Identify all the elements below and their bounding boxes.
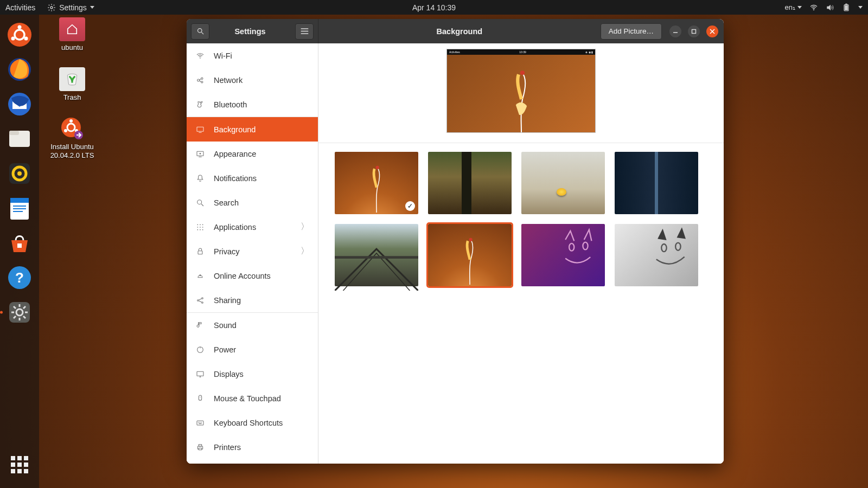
wallpaper-thumb[interactable] (521, 224, 605, 286)
sidebar-item-network[interactable]: Network (187, 68, 318, 92)
dock-help[interactable]: ? (6, 264, 33, 291)
selected-check-icon (405, 201, 415, 211)
system-menu-chevron-icon[interactable] (858, 6, 863, 9)
maximize-button[interactable] (688, 25, 700, 37)
sidebar-item-label: Applications (214, 223, 256, 232)
search-icon (195, 198, 205, 208)
svg-point-16 (17, 171, 22, 176)
sidebar-item-keyboard-shortcuts[interactable]: Keyboard Shortcuts (187, 410, 318, 435)
svg-point-73 (200, 274, 201, 276)
svg-line-78 (199, 300, 201, 302)
minimize-button[interactable] (669, 25, 681, 37)
wallpaper-thumb[interactable] (428, 224, 512, 286)
svg-point-63 (197, 224, 198, 225)
app-menu[interactable]: Settings (47, 3, 94, 12)
dock-software[interactable] (6, 229, 33, 256)
svg-rect-92 (199, 444, 201, 446)
wallpaper-thumb[interactable] (615, 224, 698, 286)
svg-point-71 (202, 229, 203, 230)
svg-rect-22 (17, 243, 22, 248)
current-background-preview: Activities 10:39 ◈ ◉ ▮ (446, 49, 596, 133)
dock-thunderbird[interactable] (6, 91, 33, 118)
gear-icon (47, 3, 56, 12)
show-applications[interactable] (6, 451, 33, 478)
svg-point-76 (202, 301, 203, 303)
dock-settings[interactable] (6, 299, 33, 326)
sidebar-item-bluetooth[interactable]: Bluetooth (187, 92, 318, 117)
svg-rect-47 (692, 29, 696, 33)
add-picture-button[interactable]: Add Picture… (601, 23, 662, 40)
chevron-right-icon: 〉 (301, 246, 309, 257)
clock[interactable]: Apr 14 10:39 (412, 3, 456, 12)
sidebar-item-search[interactable]: Search (187, 190, 318, 215)
wallpaper-thumb[interactable] (335, 152, 418, 214)
sidebar-item-online-accounts[interactable]: Online Accounts (187, 264, 318, 288)
sidebar-item-label: Notifications (214, 174, 257, 183)
dock-rhythmbox[interactable] (6, 160, 33, 187)
preview-mini-activities: Activities (449, 50, 460, 54)
svg-point-94 (520, 70, 524, 75)
svg-line-54 (199, 79, 201, 80)
dock: ? (0, 15, 39, 488)
wallpaper-thumb[interactable] (615, 152, 698, 214)
sidebar-item-notifications[interactable]: Notifications (187, 166, 318, 190)
svg-rect-87 (198, 422, 199, 422)
svg-point-64 (200, 224, 201, 225)
search-icon (196, 27, 205, 35)
dock-firefox[interactable] (6, 56, 33, 83)
sidebar-item-printers[interactable]: Printers (187, 435, 318, 459)
svg-point-51 (197, 79, 200, 81)
svg-point-61 (197, 200, 202, 204)
sidebar-item-displays[interactable]: Displays (187, 362, 318, 386)
wi-fi-icon (195, 51, 205, 61)
wallpaper-thumb[interactable] (428, 152, 512, 214)
wallpaper-thumb[interactable] (335, 224, 418, 286)
svg-line-42 (201, 32, 203, 34)
desktop-home[interactable]: ubuntu (48, 17, 97, 52)
sidebar-item-label: Power (214, 345, 236, 354)
sidebar-item-mouse-touchpad[interactable]: Mouse & Touchpad (187, 386, 318, 410)
sidebar-item-label: Search (214, 198, 239, 207)
dock-ubuntu[interactable] (6, 21, 33, 48)
svg-rect-88 (200, 422, 200, 422)
svg-point-37 (69, 119, 73, 123)
privacy-icon (195, 247, 205, 256)
svg-rect-18 (10, 198, 29, 203)
sound-icon (195, 320, 205, 330)
sidebar-item-sharing[interactable]: Sharing (187, 288, 318, 312)
svg-point-41 (197, 29, 202, 33)
network-icon[interactable] (809, 3, 818, 12)
sidebar-item-sound[interactable]: Sound (187, 313, 318, 337)
svg-point-7 (18, 25, 22, 29)
svg-point-65 (202, 224, 203, 225)
input-source-indicator[interactable]: en₁ (785, 3, 802, 11)
desktop-install[interactable]: Install Ubuntu 20.04.2.0 LTS (48, 117, 97, 159)
sidebar-item-label: Sound (214, 321, 237, 330)
sidebar-item-wi-fi[interactable]: Wi-Fi (187, 43, 318, 68)
battery-icon[interactable] (842, 3, 851, 12)
svg-rect-86 (197, 421, 203, 425)
hamburger-menu-button[interactable] (295, 23, 314, 40)
sidebar-item-power[interactable]: Power (187, 337, 318, 362)
sidebar-item-background[interactable]: Background (187, 117, 318, 142)
search-button[interactable] (191, 23, 209, 40)
sidebar-item-privacy[interactable]: Privacy〉 (187, 239, 318, 264)
svg-rect-72 (198, 251, 202, 254)
desktop-trash[interactable]: Trash (48, 67, 97, 102)
volume-icon[interactable] (826, 3, 834, 12)
sidebar-item-applications[interactable]: Applications〉 (187, 215, 318, 239)
sidebar-item-appearance[interactable]: Appearance (187, 142, 318, 166)
svg-rect-56 (197, 127, 203, 131)
close-button[interactable] (706, 25, 718, 37)
panel-title: Background (318, 27, 601, 36)
printers-icon (195, 442, 205, 452)
svg-rect-20 (13, 208, 26, 209)
svg-point-75 (202, 297, 203, 299)
dock-files[interactable] (6, 125, 33, 152)
svg-rect-93 (199, 448, 201, 450)
dock-writer[interactable] (6, 195, 33, 222)
sidebar-item-label: Displays (214, 370, 244, 378)
wallpaper-thumb[interactable] (521, 152, 605, 214)
activities-button[interactable]: Activities (5, 3, 35, 12)
svg-point-99 (583, 242, 588, 250)
